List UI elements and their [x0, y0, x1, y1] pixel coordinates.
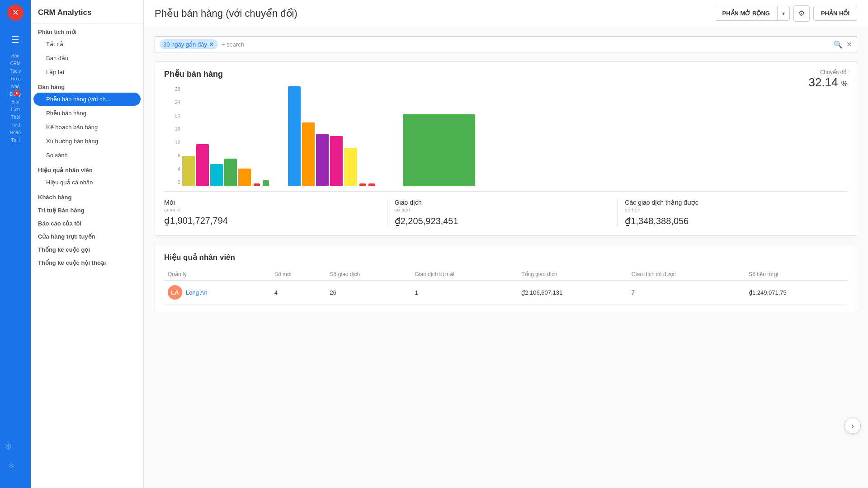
bar-cyan[interactable]: [210, 164, 223, 186]
rail-ban[interactable]: Bán: [11, 53, 19, 58]
employee-section: Hiệu quả nhân viên Quản lý Số mới Số gia…: [155, 245, 857, 312]
rail-troc[interactable]: Trò c: [10, 76, 20, 81]
bar-tiny-green1[interactable]: [263, 180, 269, 186]
sidebar-item-ban-dau[interactable]: Ban đầu: [33, 52, 141, 65]
bar-purple[interactable]: [316, 134, 329, 186]
feedback-button[interactable]: PHẢN HỒI: [813, 6, 857, 21]
sidebar-item-xu-huong[interactable]: Xu hướng bán hàng: [33, 135, 141, 148]
col-tong-giao-dich: Tổng giao dịch: [518, 268, 628, 281]
bar-pink[interactable]: [330, 136, 343, 186]
stat-giao-dich-value: ₫2,205,923,451: [395, 216, 610, 226]
filter-tag-30-days[interactable]: 30 ngày gần đây ✕: [160, 39, 218, 49]
chart-y-axis: 28 24 20 16 12 8 4 0: [164, 86, 180, 186]
rail-thoi[interactable]: Thời: [11, 115, 20, 120]
rail-tacv[interactable]: Tác v: [10, 69, 21, 74]
stat-giao-dich-sublabel: số tiền: [395, 207, 610, 213]
expand-dropdown-button[interactable]: ▾: [778, 7, 789, 20]
col-so-moi: Số mới: [271, 268, 326, 281]
sidebar-section-tri-tue[interactable]: Trí tuệ Bán hàng: [31, 202, 143, 216]
nav-next-button[interactable]: ›: [844, 418, 861, 434]
y-label-16: 16: [164, 126, 180, 131]
sidebar-section-thong-ke-cuoc-goi[interactable]: Thống kê cuộc gọi: [31, 242, 143, 255]
y-label-24: 24: [164, 99, 180, 105]
y-label-0: 0: [164, 179, 180, 185]
sidebar-item-lap-lai[interactable]: Lặp lại: [33, 66, 141, 79]
bar-yellow2[interactable]: [344, 148, 357, 186]
chart-title: Phễu bán hàng: [164, 69, 848, 79]
bar-tiny-red3[interactable]: [368, 183, 375, 186]
bar-chart: 28 24 20 16 12 8 4 0: [164, 86, 848, 186]
topbar-actions: PHẦN MỞ RỘNG ▾ ⚙ PHẢN HỒI: [715, 5, 857, 22]
bar-blue[interactable]: [288, 86, 301, 186]
cell-so-tien: ₫1,249,071,75: [745, 281, 848, 305]
sidebar-section-phan-tich-moi[interactable]: Phân tích mới: [31, 24, 143, 37]
filter-tag-label: 30 ngày gần đây: [163, 41, 207, 48]
sidebar-item-ke-hoach[interactable]: Kế hoạch bán hàng: [33, 121, 141, 134]
rail-menu-icon[interactable]: ☰: [5, 30, 25, 50]
table-row: LA Long An 4 26 1 ₫2,106,607,131 7 ₫1,24…: [164, 281, 848, 305]
rail-lich[interactable]: Lịch: [11, 107, 19, 112]
stat-moi: Mới amount ₫1,901,727,794: [164, 199, 387, 226]
page-title: Phễu bán hàng (với chuyển đổi): [155, 8, 297, 19]
y-label-12: 12: [164, 140, 180, 145]
close-button[interactable]: ✕: [7, 5, 24, 21]
sidebar-item-pheu-ban-hang[interactable]: Phễu bán hàng: [33, 107, 141, 120]
bar-group-tiny4: [368, 183, 375, 186]
stat-giao-dich: Giao dịch số tiền ₫2,205,923,451: [387, 199, 618, 226]
rail-tail[interactable]: Tài l: [11, 138, 20, 143]
bar-group-3: [403, 114, 475, 186]
chart-section: Phễu bán hàng Chuyển đổi 32.14 % 28 24 2…: [155, 61, 857, 236]
bar-tiny-red2[interactable]: [359, 183, 366, 186]
bar-group-tiny1: [254, 183, 260, 186]
filter-clear-icon[interactable]: ✕: [846, 40, 852, 49]
stat-giao-dich-thang-label: Các giao dịch thắng được: [625, 199, 840, 206]
filter-search-placeholder[interactable]: + search: [222, 41, 830, 48]
bar-orange1[interactable]: [238, 169, 251, 186]
stat-moi-sublabel: amount: [164, 207, 380, 212]
rail-dong[interactable]: ● Dòng: [10, 92, 21, 97]
employee-table: Quản lý Số mới Số giao dịch Giao dịch bị…: [164, 268, 848, 305]
bar-yellow[interactable]: [182, 156, 195, 186]
cell-gd-bi-mat: 1: [411, 281, 518, 305]
employee-link[interactable]: Long An: [186, 289, 208, 296]
bar-orange2[interactable]: [302, 122, 315, 186]
bar-group-tiny2: [263, 180, 269, 186]
bar-tiny-red1[interactable]: [254, 183, 260, 186]
expand-main-button[interactable]: PHẦN MỞ RỘNG: [715, 6, 778, 20]
sidebar-section-khach-hang[interactable]: Khách hàng: [31, 189, 143, 202]
rail-crm[interactable]: CRM: [10, 61, 21, 66]
bar-green-wide[interactable]: [403, 114, 475, 186]
settings-button[interactable]: ⚙: [793, 5, 810, 22]
bar-group-1: [182, 144, 251, 186]
sidebar-section-bao-cao[interactable]: Báo cáo của tôi: [31, 216, 143, 229]
cell-gd-co-duoc: 7: [628, 281, 745, 305]
main-content: Phễu bán hàng (với chuyển đổi) PHẦN MỞ R…: [144, 0, 868, 488]
sidebar-section-ban-hang[interactable]: Bán hàng: [31, 79, 143, 92]
bar-magenta[interactable]: [196, 144, 209, 186]
search-icon[interactable]: 🔍: [834, 40, 843, 49]
bar-group-tiny3: [359, 183, 366, 186]
sidebar-section-cua-hang[interactable]: Cửa hàng trực tuyến: [31, 229, 143, 242]
sidebar-section-thong-ke-hoi-thoai[interactable]: Thống kê cuộc hội thoại: [31, 255, 143, 268]
filter-tag-close-icon[interactable]: ✕: [209, 41, 214, 48]
y-label-28: 28: [164, 86, 180, 92]
rail-nho[interactable]: Nhó: [11, 84, 19, 89]
sidebar-section-hieu-qua-nv[interactable]: Hiệu quả nhân viên: [31, 162, 143, 175]
col-giao-dich-bi-mat: Giao dịch bị mất: [411, 268, 518, 281]
col-so-tien: Số tiền từ gi: [745, 268, 848, 281]
rail-nhan[interactable]: Nhân: [10, 130, 21, 135]
cell-tong-gd: ₫2,106,607,131: [518, 281, 628, 305]
bar-group-2: [288, 86, 357, 186]
bar-green1[interactable]: [224, 159, 237, 186]
sidebar-item-hieu-qua-ca-nhan[interactable]: Hiệu quả cá nhân: [33, 176, 141, 189]
avatar: LA: [168, 285, 182, 300]
stat-giao-dich-label: Giao dịch: [395, 199, 610, 206]
stat-moi-label: Mới: [164, 199, 380, 206]
rail-tud[interactable]: Tự đ: [11, 122, 20, 127]
sidebar-item-pheu-ban-hang-chuyen-doi[interactable]: Phễu bán hàng (với ch...: [33, 93, 141, 106]
stat-giao-dich-thang: Các giao dịch thắng được số tiền ₫1,348,…: [618, 199, 848, 226]
sidebar-item-tat-ca[interactable]: Tất cả: [33, 38, 141, 51]
rail-bitri[interactable]: Bitri: [11, 99, 19, 104]
expand-button-group: PHẦN MỞ RỘNG ▾: [715, 6, 790, 21]
sidebar-item-so-sanh[interactable]: So sánh: [33, 149, 141, 162]
